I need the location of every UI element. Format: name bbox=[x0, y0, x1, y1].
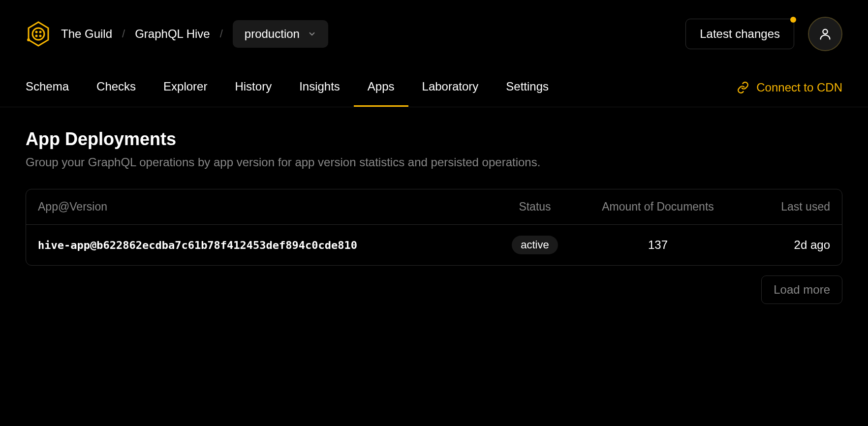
page-title: App Deployments bbox=[26, 129, 842, 150]
latest-changes-button[interactable]: Latest changes bbox=[685, 19, 794, 49]
latest-changes-label: Latest changes bbox=[700, 27, 780, 40]
svg-point-1 bbox=[35, 31, 38, 33]
status-badge: active bbox=[512, 236, 558, 254]
table-header: App@Version Status Amount of Documents L… bbox=[26, 189, 842, 225]
tab-schema[interactable]: Schema bbox=[12, 68, 83, 107]
tabs-left: Schema Checks Explorer History Insights … bbox=[26, 68, 549, 107]
breadcrumb-sep: / bbox=[122, 28, 125, 40]
avatar[interactable] bbox=[808, 17, 842, 51]
table-footer: Load more bbox=[26, 275, 842, 304]
link-icon bbox=[737, 81, 749, 94]
breadcrumb-project[interactable]: GraphQL Hive bbox=[135, 27, 210, 41]
tab-history[interactable]: History bbox=[221, 68, 285, 107]
page-subtitle: Group your GraphQL operations by app ver… bbox=[26, 155, 842, 169]
deployments-table: App@Version Status Amount of Documents L… bbox=[26, 189, 842, 266]
cell-last-used: 2d ago bbox=[732, 238, 830, 252]
header-left: The Guild / GraphQL Hive / production bbox=[26, 20, 328, 48]
th-last-used: Last used bbox=[732, 200, 830, 213]
th-status: Status bbox=[486, 200, 584, 213]
logo[interactable] bbox=[26, 21, 51, 47]
chevron-down-icon bbox=[308, 30, 316, 38]
hive-logo-icon bbox=[26, 21, 51, 47]
connect-to-cdn-button[interactable]: Connect to CDN bbox=[737, 81, 842, 94]
user-icon bbox=[818, 27, 832, 41]
header-right: Latest changes bbox=[685, 17, 842, 51]
tab-settings[interactable]: Settings bbox=[492, 68, 562, 107]
tab-laboratory[interactable]: Laboratory bbox=[408, 68, 493, 107]
environment-selected: production bbox=[245, 27, 300, 41]
tab-checks[interactable]: Checks bbox=[83, 68, 150, 107]
breadcrumb-sep: / bbox=[220, 28, 223, 40]
th-docs: Amount of Documents bbox=[584, 200, 732, 213]
load-more-button[interactable]: Load more bbox=[761, 275, 842, 304]
tab-insights[interactable]: Insights bbox=[285, 68, 354, 107]
svg-point-2 bbox=[39, 31, 42, 33]
svg-point-5 bbox=[27, 38, 30, 41]
tab-explorer[interactable]: Explorer bbox=[150, 68, 221, 107]
svg-point-0 bbox=[32, 28, 44, 40]
svg-point-3 bbox=[35, 35, 38, 37]
notification-dot-icon bbox=[790, 17, 796, 23]
breadcrumb: The Guild / GraphQL Hive / production bbox=[61, 20, 328, 48]
nav-tabs: Schema Checks Explorer History Insights … bbox=[0, 68, 868, 107]
svg-point-4 bbox=[39, 35, 42, 37]
connect-cdn-label: Connect to CDN bbox=[756, 81, 842, 94]
cell-status: active bbox=[486, 236, 584, 254]
cell-app-version: hive-app@b622862ecdba7c61b78f412453def89… bbox=[38, 239, 486, 251]
svg-point-6 bbox=[823, 30, 827, 34]
header: The Guild / GraphQL Hive / production La… bbox=[0, 0, 868, 68]
environment-dropdown[interactable]: production bbox=[233, 20, 328, 48]
tab-apps[interactable]: Apps bbox=[354, 68, 408, 107]
content: App Deployments Group your GraphQL opera… bbox=[0, 107, 868, 326]
cell-docs: 137 bbox=[584, 238, 732, 252]
th-app-version: App@Version bbox=[38, 200, 486, 213]
breadcrumb-org[interactable]: The Guild bbox=[61, 27, 112, 41]
table-row[interactable]: hive-app@b622862ecdba7c61b78f412453def89… bbox=[26, 225, 842, 265]
